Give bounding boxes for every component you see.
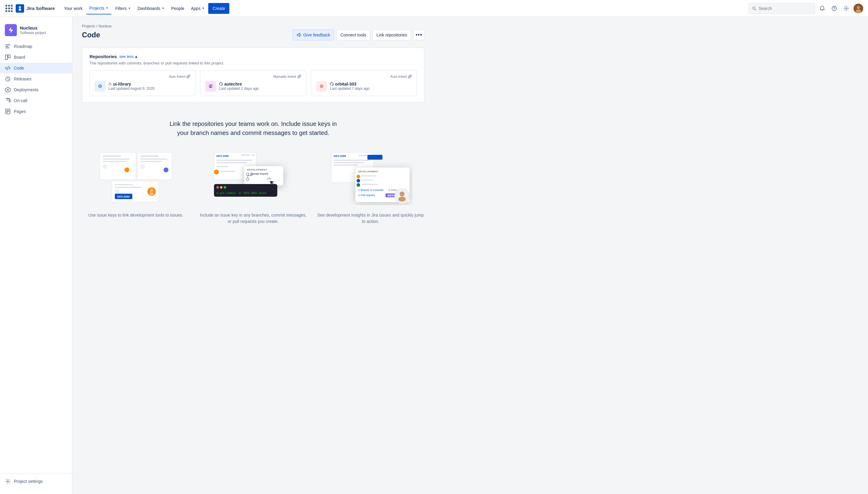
pages-icon: [5, 109, 11, 114]
help-button[interactable]: [829, 4, 839, 13]
releases-icon: [5, 76, 11, 82]
sidebar-item-code[interactable]: Code: [0, 63, 72, 74]
svg-point-4: [834, 10, 834, 10]
page-header: Code Give feedback Connect tools Link re…: [82, 30, 424, 40]
page-title: Code: [82, 31, 100, 39]
svg-rect-55: [216, 160, 253, 161]
notifications-button[interactable]: [817, 4, 827, 13]
sidebar-item-releases[interactable]: Releases: [0, 74, 72, 84]
svg-line-2: [755, 9, 756, 10]
svg-rect-37: [141, 155, 159, 157]
nav-people[interactable]: People: [168, 2, 187, 15]
oncall-icon: [5, 98, 11, 103]
deployments-icon: [5, 87, 11, 93]
svg-rect-59: [220, 171, 235, 172]
svg-rect-79: [334, 162, 364, 163]
repo-card-orbital-303[interactable]: Auto linked: [311, 70, 417, 96]
repo-icon-2: [316, 81, 327, 92]
settings-button[interactable]: [842, 4, 851, 13]
search-box[interactable]: [749, 3, 815, 14]
see-less-button[interactable]: see less ▲: [119, 54, 138, 59]
sidebar-label-oncall: On-call: [14, 98, 27, 103]
svg-point-86: [356, 179, 360, 183]
sidebar-item-roadmap[interactable]: Roadmap: [0, 41, 72, 52]
promo-text-0: Use issue keys to link development tools…: [88, 212, 183, 218]
svg-rect-44: [115, 187, 142, 188]
link-repositories-button[interactable]: Link repositories: [372, 30, 411, 40]
promo-illustration-2: DEV-2095 DEVEL: [199, 147, 307, 207]
sidebar-label-deployments: Deployments: [14, 87, 39, 92]
search-input[interactable]: [759, 6, 812, 11]
svg-text:Create branch: Create branch: [251, 172, 268, 175]
repo-card-ui-library[interactable]: Auto linked: [90, 70, 195, 96]
sidebar-item-pages[interactable]: Pages: [0, 106, 72, 117]
svg-rect-57: [216, 166, 228, 167]
svg-line-14: [7, 66, 8, 70]
svg-point-49: [150, 189, 153, 192]
svg-point-5: [846, 7, 847, 9]
sidebar-item-deployments[interactable]: Deployments: [0, 84, 72, 95]
more-icon: •••: [415, 32, 422, 38]
svg-point-29: [321, 86, 322, 87]
promo-card-issue-keys: DEV-2095 Use issue keys to link developm…: [82, 147, 189, 225]
user-avatar[interactable]: [853, 4, 863, 13]
breadcrumb-sep: /: [96, 24, 97, 28]
repo-card-autechre[interactable]: Manually linked: [200, 70, 306, 96]
board-icon: [5, 54, 11, 60]
sidebar-item-board[interactable]: Board: [0, 52, 72, 63]
sidebar-label-pages: Pages: [14, 109, 26, 114]
nav-filters[interactable]: Filters ▼: [112, 2, 134, 15]
svg-text:DEVELOPMENT: DEVELOPMENT: [358, 170, 378, 173]
nav-your-work[interactable]: Your work: [61, 2, 86, 15]
project-header: Nucleus Software project: [0, 22, 72, 41]
repo-name-1: autechre: [224, 82, 242, 87]
sidebar-item-project-settings[interactable]: Project settings: [0, 476, 72, 487]
sidebar-item-oncall[interactable]: On-call: [0, 95, 72, 106]
svg-rect-45: [115, 189, 119, 194]
promo-text-1: Include an issue key in any branches, co…: [199, 212, 307, 225]
svg-rect-80: [334, 165, 358, 166]
svg-point-70: [216, 186, 219, 189]
repo-name-2: orbital-303: [335, 82, 356, 87]
promo-cards: DEV-2095 Use issue keys to link developm…: [82, 147, 424, 225]
sidebar-label-board: Board: [14, 55, 25, 60]
svg-rect-33: [103, 161, 127, 162]
nav-projects[interactable]: Projects ▼: [86, 2, 112, 15]
sidebar-label-code: Code: [14, 66, 24, 71]
link-icon-1: [297, 75, 301, 78]
nav-apps[interactable]: Apps ▼: [188, 2, 208, 15]
svg-point-84: [356, 175, 360, 178]
svg-rect-38: [141, 158, 168, 160]
svg-rect-85: [362, 175, 376, 176]
repo-updated-0: Last updated August 9, 2020: [109, 87, 154, 91]
repo-name-0: ui-library: [113, 82, 131, 87]
nav-dashboards[interactable]: Dashboards ▼: [134, 2, 167, 15]
connect-tools-button[interactable]: Connect tools: [336, 30, 370, 40]
repo-link-type-0: Auto linked: [169, 75, 185, 78]
breadcrumb-projects[interactable]: Projects: [82, 24, 95, 28]
svg-point-41: [164, 168, 168, 172]
settings-icon: [5, 478, 11, 484]
svg-text:DEV-2095: DEV-2095: [117, 195, 130, 198]
app-grid-button[interactable]: [5, 4, 13, 13]
promo-title: Link the repositories your teams work on…: [82, 119, 424, 137]
jira-logo[interactable]: Jira Software: [16, 4, 55, 13]
svg-rect-69: [214, 184, 277, 197]
svg-text:1 Branch: 1 Branch: [358, 189, 369, 192]
more-actions-button[interactable]: •••: [413, 30, 424, 40]
main-content: Projects / Nucleus Code Give feedback: [72, 17, 868, 494]
give-feedback-button[interactable]: Give feedback: [293, 30, 334, 40]
svg-point-88: [356, 183, 360, 187]
svg-text:9 Commits: 9 Commits: [370, 189, 384, 192]
svg-point-72: [224, 186, 226, 189]
svg-text:DEV-2095: DEV-2095: [216, 154, 229, 157]
svg-point-98: [399, 197, 406, 202]
sidebar: Nucleus Software project Roadmap: [0, 17, 72, 494]
project-type: Software project: [20, 31, 46, 35]
chevron-up-icon: ▲: [134, 54, 138, 59]
create-button[interactable]: Create: [208, 3, 229, 14]
topnav-right-actions: [749, 3, 863, 14]
repositories-title: Repositories: [90, 54, 117, 59]
svg-rect-54: [252, 154, 255, 156]
breadcrumb-nucleus[interactable]: Nucleus: [98, 24, 112, 28]
